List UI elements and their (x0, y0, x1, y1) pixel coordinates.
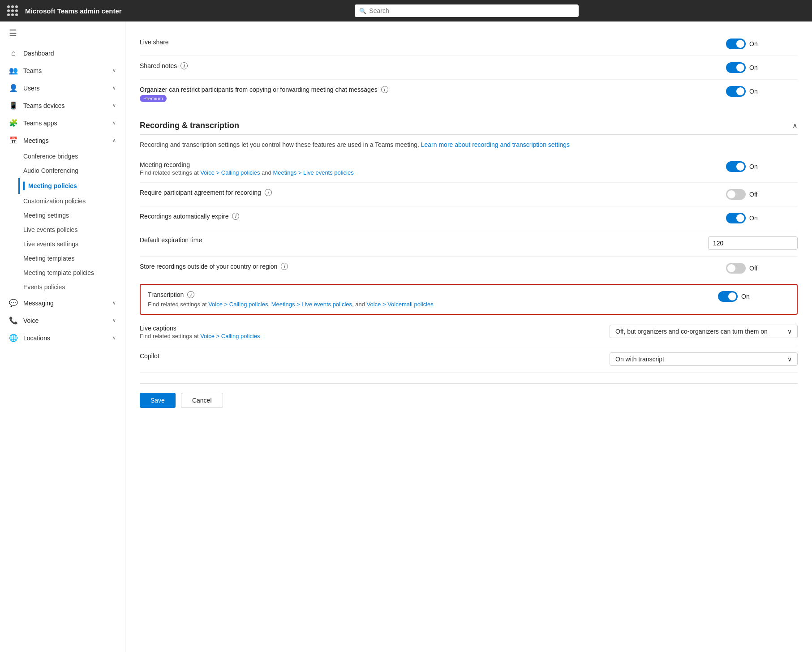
transcription-toggle-label: On (741, 293, 750, 300)
live-captions-dropdown-value: Off, but organizers and co-organizers ca… (615, 328, 768, 335)
transcription-toggle[interactable] (718, 291, 738, 302)
teams-devices-icon: 📱 (9, 101, 18, 110)
sidebar-sub-meeting-template-policies[interactable]: Meeting template policies (23, 266, 125, 280)
sidebar-sub-meeting-policies[interactable]: Meeting policies (18, 178, 125, 194)
transcription-info-icon[interactable]: i (187, 291, 194, 298)
sidebar-item-messaging[interactable]: 💬 Messaging ∨ (0, 294, 125, 312)
sidebar-item-dashboard[interactable]: ⌂ Dashboard (0, 45, 125, 62)
recordings-expire-info-icon[interactable]: i (232, 213, 239, 220)
chevron-down-icon: ∨ (112, 300, 116, 306)
sidebar-item-label: Meetings (23, 137, 107, 144)
dashboard-icon: ⌂ (9, 49, 18, 57)
live-captions-subtitle: Find related settings at Voice > Calling… (140, 333, 602, 339)
chevron-up-icon: ∧ (112, 137, 116, 143)
cancel-button[interactable]: Cancel (181, 393, 223, 408)
store-recordings-info-icon[interactable]: i (281, 263, 288, 270)
save-button[interactable]: Save (140, 393, 176, 408)
collapse-section-icon[interactable]: ∧ (792, 121, 798, 130)
shared-notes-info-icon[interactable]: i (180, 62, 188, 69)
organizer-restrict-info-icon[interactable]: i (381, 86, 388, 93)
sidebar-item-users[interactable]: 👤 Users ∨ (0, 79, 125, 97)
topbar: Microsoft Teams admin center (0, 0, 812, 21)
sidebar-sub-meeting-templates[interactable]: Meeting templates (23, 251, 125, 266)
chevron-down-icon: ∨ (112, 335, 116, 341)
recording-section-header: Recording & transcription ∧ (140, 112, 798, 135)
sidebar-item-meetings[interactable]: 📅 Meetings ∧ (0, 132, 125, 149)
recordings-expire-toggle[interactable] (726, 213, 746, 223)
sidebar-item-voice[interactable]: 📞 Voice ∨ (0, 312, 125, 329)
meetings-icon: 📅 (9, 136, 18, 145)
sidebar: ☰ ⌂ Dashboard 👥 Teams ∨ 👤 Users ∨ 📱 Team… (0, 21, 125, 652)
sidebar-sub-meeting-settings[interactable]: Meeting settings (23, 208, 125, 223)
sidebar-sub-customization-policies[interactable]: Customization policies (23, 194, 125, 208)
store-recordings-label: Store recordings outside of your country… (140, 263, 277, 270)
sidebar-sub-audio-conferencing[interactable]: Audio Conferencing (23, 163, 125, 178)
live-captions-dropdown[interactable]: Off, but organizers and co-organizers ca… (610, 325, 798, 338)
meeting-recording-subtitle: Find related settings at Voice > Calling… (140, 169, 719, 176)
recordings-expire-toggle-label: On (749, 214, 758, 222)
main-content: Live share On Shared notes i (125, 21, 812, 652)
shared-notes-toggle[interactable] (726, 62, 746, 73)
store-recordings-toggle[interactable] (726, 263, 746, 274)
chevron-down-icon: ∨ (112, 317, 116, 323)
chevron-down-icon: ∨ (112, 68, 116, 73)
sidebar-sub-live-events-policies[interactable]: Live events policies (23, 223, 125, 237)
section-description: Recording and transcription settings let… (140, 135, 798, 155)
live-captions-calling-link[interactable]: Voice > Calling policies (200, 333, 260, 339)
copilot-dropdown[interactable]: On with transcript ∨ (610, 352, 798, 366)
teams-icon: 👥 (9, 66, 18, 75)
recordings-expire-label: Recordings automatically expire (140, 213, 228, 220)
require-participant-info-icon[interactable]: i (265, 189, 272, 196)
sidebar-item-label: Teams (23, 67, 107, 74)
default-expiration-input[interactable] (708, 236, 798, 250)
transcription-live-events-link[interactable]: Meetings > Live events policies (271, 301, 352, 308)
learn-more-link[interactable]: Learn more about recording and transcrip… (421, 141, 570, 148)
sidebar-item-teams[interactable]: 👥 Teams ∨ (0, 62, 125, 79)
locations-icon: 🌐 (9, 334, 18, 342)
sidebar-item-locations[interactable]: 🌐 Locations ∨ (0, 329, 125, 347)
transcription-subtitle: Find related settings at Voice > Calling… (148, 301, 711, 308)
copilot-dropdown-value: On with transcript (615, 356, 664, 363)
sidebar-item-label: Voice (23, 317, 107, 324)
organizer-restrict-label: Organizer can restrict participants from… (140, 86, 378, 93)
require-participant-toggle[interactable] (726, 189, 746, 200)
copilot-row: Copilot On with transcript ∨ (140, 346, 798, 373)
sidebar-item-teams-apps[interactable]: 🧩 Teams apps ∨ (0, 114, 125, 132)
chevron-down-icon: ∨ (112, 85, 116, 91)
store-recordings-toggle-label: Off (749, 265, 757, 272)
users-icon: 👤 (9, 84, 18, 92)
sidebar-item-label: Teams apps (23, 120, 107, 127)
messaging-icon: 💬 (9, 299, 18, 307)
live-share-toggle[interactable] (726, 39, 746, 49)
recordings-expire-row: Recordings automatically expire i On (140, 206, 798, 230)
chevron-down-icon: ∨ (112, 120, 116, 126)
live-captions-chevron-icon: ∨ (787, 328, 792, 335)
sidebar-sub-events-policies[interactable]: Events policies (23, 280, 125, 294)
transcription-voicemail-link[interactable]: Voice > Voicemail policies (367, 301, 434, 308)
sidebar-sub-live-events-settings[interactable]: Live events settings (23, 237, 125, 251)
require-participant-toggle-label: Off (749, 191, 757, 198)
search-container (355, 4, 579, 17)
store-recordings-row: Store recordings outside of your country… (140, 257, 798, 280)
app-title: Microsoft Teams admin center (25, 7, 122, 15)
sidebar-item-label: Teams devices (23, 102, 107, 109)
transcription-calling-policies-link[interactable]: Voice > Calling policies (208, 301, 268, 308)
app-launcher-icon[interactable] (7, 5, 18, 16)
premium-badge: Premium (140, 95, 167, 102)
sidebar-item-teams-devices[interactable]: 📱 Teams devices ∨ (0, 97, 125, 114)
search-input[interactable] (355, 4, 579, 17)
organizer-restrict-toggle-label: On (749, 88, 758, 95)
meeting-recording-row: Meeting recording Find related settings … (140, 155, 798, 183)
transcription-row: Transcription i Find related settings at… (148, 291, 790, 308)
sidebar-sub-conference-bridges[interactable]: Conference bridges (23, 149, 125, 163)
live-captions-row: Live captions Find related settings at V… (140, 318, 798, 346)
organizer-restrict-toggle[interactable] (726, 86, 746, 97)
sidebar-item-label: Locations (23, 335, 107, 342)
teams-apps-icon: 🧩 (9, 119, 18, 127)
calling-policies-link-1[interactable]: Voice > Calling policies (200, 169, 260, 176)
hamburger-menu[interactable]: ☰ (0, 21, 125, 45)
meeting-recording-toggle[interactable] (726, 161, 746, 172)
live-events-policies-link-1[interactable]: Meetings > Live events policies (273, 169, 353, 176)
shared-notes-row: Shared notes i On (140, 56, 798, 80)
chevron-down-icon: ∨ (112, 103, 116, 108)
